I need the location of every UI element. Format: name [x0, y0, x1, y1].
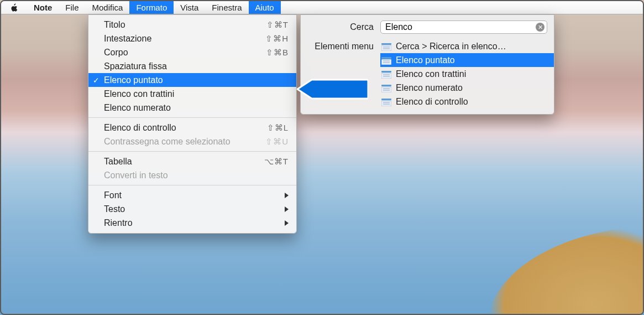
help-search-label: Cerca [307, 22, 380, 32]
menu-item-label: Titolo [104, 20, 266, 30]
menu-item-tabella[interactable]: Tabella ⌥⌘T [88, 154, 296, 168]
menu-item-label: Corpo [104, 48, 266, 58]
svg-rect-5 [381, 59, 391, 65]
menu-separator [88, 117, 296, 118]
menu-item-shortcut: ⇧⌘B [266, 48, 289, 58]
svg-rect-8 [381, 71, 391, 73]
svg-rect-17 [381, 101, 391, 106]
menu-result-icon [381, 42, 391, 51]
menu-item-testo[interactable]: Testo [88, 202, 296, 216]
help-search-row: Cerca ✕ [301, 19, 554, 39]
menu-item-corpo[interactable]: Corpo ⇧⌘B [88, 45, 296, 59]
apple-menu[interactable] [1, 1, 27, 14]
menu-item-contrassegna-come-selezionato: Contrassegna come selezionato ⇧⌘U [88, 135, 296, 148]
help-results-group: Elementi menu Cerca > Ricerca in elenco…… [301, 39, 554, 109]
help-result-item[interactable]: Cerca > Ricerca in elenco… [380, 39, 554, 53]
menu-item-converti-in-testo: Converti in testo [88, 168, 296, 182]
menubar-item-vista[interactable]: Vista [174, 1, 205, 14]
menubar-item-modifica[interactable]: Modifica [86, 1, 130, 14]
help-search-input[interactable] [385, 22, 536, 32]
help-result-item[interactable]: Elenco di controllo [380, 95, 554, 109]
menu-item-shortcut: ⌥⌘T [264, 157, 289, 167]
menu-separator [88, 185, 296, 185]
menu-item-elenco-numerato[interactable]: Elenco numerato [88, 101, 296, 115]
submenu-arrow-icon [285, 193, 289, 198]
submenu-arrow-icon [285, 220, 289, 226]
formato-dropdown: Titolo ⇧⌘T Intestazione ⇧⌘H Corpo ⇧⌘B Sp… [88, 14, 297, 234]
menu-item-label: Elenco puntato [104, 75, 289, 85]
svg-rect-13 [381, 87, 391, 92]
menubar-item-aiuto[interactable]: Aiuto [249, 1, 281, 14]
help-result-label: Elenco con trattini [396, 69, 466, 79]
menu-item-titolo[interactable]: Titolo ⇧⌘T [88, 18, 296, 32]
menu-item-font[interactable]: Font [88, 188, 296, 202]
menu-item-label: Intestazione [104, 34, 265, 44]
menu-item-elenco-puntato[interactable]: ✓ Elenco puntato [88, 73, 296, 87]
help-result-item[interactable]: Elenco con trattini [380, 67, 554, 81]
help-results-list: Cerca > Ricerca in elenco… Elenco puntat… [380, 39, 554, 109]
menu-item-label: Elenco con trattini [104, 89, 289, 99]
menu-item-label: Contrassegna come selezionato [104, 137, 265, 147]
menu-item-shortcut: ⇧⌘H [265, 34, 289, 44]
menu-item-label: Elenco di controllo [104, 123, 267, 133]
menu-item-shortcut: ⇧⌘L [267, 123, 289, 133]
menu-item-spaziatura-fissa[interactable]: Spaziatura fissa [88, 59, 296, 73]
menu-separator [88, 151, 296, 152]
svg-rect-16 [381, 99, 391, 100]
help-results-label: Elementi menu [301, 39, 380, 51]
submenu-arrow-icon [285, 206, 289, 212]
menu-result-icon [381, 97, 391, 106]
menu-item-elenco-di-controllo[interactable]: Elenco di controllo ⇧⌘L [88, 121, 296, 135]
svg-rect-0 [381, 43, 391, 45]
svg-rect-12 [381, 85, 391, 86]
svg-rect-9 [381, 73, 391, 79]
svg-rect-1 [381, 45, 391, 51]
svg-rect-4 [381, 57, 391, 59]
menu-item-shortcut: ⇧⌘U [265, 137, 289, 147]
menubar-item-formato[interactable]: Formato [129, 1, 174, 14]
menu-item-rientro[interactable]: Rientro [88, 216, 296, 230]
menu-item-label: Elenco numerato [104, 103, 289, 113]
help-result-item[interactable]: Elenco numerato [380, 81, 554, 95]
menubar-item-finestra[interactable]: Finestra [205, 1, 248, 14]
desktop-wallpaper-dune [488, 225, 644, 315]
menubar-item-file[interactable]: File [59, 1, 85, 14]
help-result-label: Elenco numerato [396, 83, 463, 93]
menu-item-label: Rientro [104, 218, 285, 228]
help-panel: Cerca ✕ Elementi menu Cerca > Ricerca in… [300, 14, 554, 115]
help-result-item[interactable]: Elenco puntato [380, 53, 554, 67]
menu-item-elenco-con-trattini[interactable]: Elenco con trattini [88, 87, 296, 101]
menu-item-label: Spaziatura fissa [104, 61, 289, 71]
clear-search-icon[interactable]: ✕ [536, 23, 544, 32]
menu-result-icon [381, 84, 391, 92]
menu-item-label: Font [104, 190, 285, 200]
menu-item-shortcut: ⇧⌘T [266, 20, 289, 30]
menu-item-label: Tabella [104, 157, 264, 167]
help-result-label: Elenco di controllo [396, 97, 468, 107]
menu-item-intestazione[interactable]: Intestazione ⇧⌘H [88, 32, 296, 45]
help-result-label: Elenco puntato [396, 55, 455, 65]
menubar-app-name[interactable]: Note [27, 1, 59, 14]
menu-item-label: Converti in testo [104, 171, 289, 180]
help-result-label: Cerca > Ricerca in elenco… [396, 42, 506, 51]
menu-result-icon [381, 56, 391, 65]
checkmark-icon: ✓ [93, 76, 100, 85]
help-search-field[interactable]: ✕ [380, 20, 547, 34]
menu-item-label: Testo [104, 204, 285, 214]
menubar: Note File Modifica Formato Vista Finestr… [1, 1, 643, 14]
menu-result-icon [381, 70, 391, 79]
